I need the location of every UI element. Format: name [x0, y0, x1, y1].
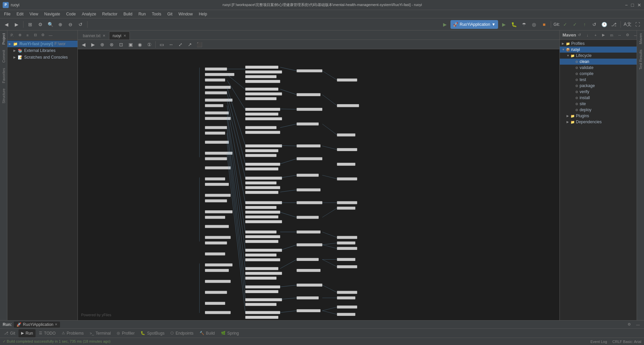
back-btn[interactable]: ◀: [2, 20, 11, 29]
tab-terminal[interactable]: >_ Terminal: [87, 329, 114, 337]
git-update-btn[interactable]: ↑: [580, 20, 589, 29]
diag-zoom[interactable]: ▣: [126, 40, 135, 49]
proj-gear-btn[interactable]: ⊕: [16, 32, 23, 39]
tree-item-scratches[interactable]: ▶ 📝 Scratches and Consoles: [7, 54, 77, 61]
diag-back[interactable]: ◀: [79, 40, 88, 49]
diag-layout[interactable]: ↗: [185, 40, 194, 49]
menu-item-build[interactable]: Build: [121, 11, 135, 17]
run-tab-close[interactable]: ✕: [55, 323, 57, 326]
structure-strip-btn[interactable]: Structure: [1, 86, 7, 106]
maven-item-test[interactable]: ▶ ⚙ test: [560, 77, 637, 83]
run-config-combo[interactable]: 🚀 RuoYiApplication ▼: [450, 20, 498, 29]
build-btn[interactable]: ▶: [499, 20, 508, 29]
fullscreen-btn[interactable]: ⛶: [633, 20, 642, 29]
run-active-tab[interactable]: 🚀 RuoYiApplication ✕: [14, 322, 60, 328]
event-log-btn[interactable]: Event Log: [590, 340, 607, 344]
tab-profiler[interactable]: ◎ Profiler: [114, 329, 137, 337]
collapse-btn[interactable]: ⊖: [66, 20, 75, 29]
coverage-btn[interactable]: ☂: [520, 20, 528, 29]
project-structure-btn[interactable]: ⊞: [26, 20, 35, 29]
menu-item-tools[interactable]: Tools: [149, 11, 164, 17]
diag-expand[interactable]: ⊕: [98, 40, 107, 49]
maximize-btn[interactable]: □: [631, 2, 634, 8]
tab-todo[interactable]: ☰ TODO: [36, 329, 58, 337]
diag-fit[interactable]: ⊡: [117, 40, 125, 49]
menu-item-git[interactable]: Git: [165, 11, 175, 17]
git-branch-btn[interactable]: ⎇: [609, 20, 618, 29]
maven-run-btn[interactable]: ▶: [600, 32, 607, 39]
maven-strip-btn[interactable]: Maven: [639, 30, 643, 47]
diag-resize[interactable]: ⤢: [176, 40, 185, 49]
proj-settings-btn[interactable]: ⚙: [40, 32, 46, 39]
maven-refresh-btn[interactable]: ↺: [576, 32, 583, 39]
maven-item-deps[interactable]: ▶ 📁 Dependencies: [560, 119, 637, 125]
test-results-strip-btn[interactable]: Test Results: [639, 47, 643, 72]
settings-btn[interactable]: ⚙: [36, 20, 45, 29]
menu-item-file[interactable]: File: [1, 11, 13, 17]
proj-filter-btn[interactable]: ⊟: [32, 32, 39, 39]
expand-btn[interactable]: ⊕: [56, 20, 65, 29]
proj-close-btn[interactable]: —: [47, 32, 54, 39]
tab-ruoyi[interactable]: ruoyi ✕: [109, 31, 130, 40]
maven-menu-btn[interactable]: m: [608, 32, 615, 39]
diag-forward[interactable]: ▶: [89, 40, 97, 49]
diag-h-arrow[interactable]: ↔: [167, 40, 175, 49]
run-prev-btn[interactable]: ▶: [440, 20, 449, 29]
commit-strip-btn[interactable]: Commit: [1, 47, 7, 65]
maven-add-btn[interactable]: +: [592, 32, 599, 39]
tree-item-external-libs[interactable]: ▶ 📚 External Libraries: [7, 47, 77, 54]
stop-btn[interactable]: ■: [540, 20, 548, 29]
tab-spotbugs[interactable]: 🐛 SpotBugs: [138, 329, 167, 337]
git-check-btn[interactable]: ✓: [561, 20, 570, 29]
proj-sort-btn[interactable]: ≡: [24, 32, 31, 39]
tree-item-ruoyi[interactable]: ▶ 📁 RuoYi-fast [ruoyi] F:\wor: [7, 41, 77, 47]
maven-item-deploy[interactable]: ▶ ⚙ deploy: [560, 107, 637, 113]
profile-btn[interactable]: ◎: [530, 20, 538, 29]
diag-rect[interactable]: ▭: [157, 40, 166, 49]
maven-item-compile[interactable]: ▶ ⚙ compile: [560, 71, 637, 77]
tab-banner[interactable]: banner.txt ✕: [79, 31, 109, 40]
tab-spring[interactable]: 🌿 Spring: [218, 329, 242, 337]
forward-btn[interactable]: ▶: [12, 20, 21, 29]
git-push-btn[interactable]: ✓: [571, 20, 579, 29]
proj-view-btn[interactable]: P.: [9, 32, 15, 39]
maven-item-site[interactable]: ▶ ⚙ site: [560, 101, 637, 107]
tab-endpoints[interactable]: ⬡ Endpoints: [168, 329, 196, 337]
maven-item-lifecycle[interactable]: ▼ 📁 Lifecycle: [560, 53, 637, 59]
diag-target[interactable]: ◉: [136, 40, 144, 49]
tab-build[interactable]: 🔨 Build: [197, 329, 218, 337]
debug-btn[interactable]: 🐛: [509, 20, 518, 29]
run-settings-btn[interactable]: ⚙: [626, 321, 633, 328]
search-btn[interactable]: 🔍: [46, 20, 55, 29]
maven-download-btn[interactable]: ↓: [584, 32, 591, 39]
git-history-btn[interactable]: 🕐: [600, 20, 608, 29]
maven-item-validate[interactable]: ▶ ⚙ validate: [560, 65, 637, 71]
maven-expand-btn[interactable]: ↔: [616, 32, 623, 39]
maven-item-clean[interactable]: ▶ ⚙ clean: [560, 59, 637, 65]
close-btn[interactable]: ✕: [637, 2, 641, 8]
tab-git[interactable]: ⎇ Git: [1, 329, 18, 337]
tab-ruoyi-close[interactable]: ✕: [123, 34, 126, 38]
menu-item-navigate[interactable]: Navigate: [42, 11, 63, 17]
diag-export[interactable]: ⬛: [195, 40, 204, 49]
diag-collapse[interactable]: ⊗: [107, 40, 116, 49]
maven-item-ruoyi[interactable]: ▼ 📦 ruoyi: [560, 47, 637, 53]
maven-settings-btn[interactable]: ⚙: [624, 32, 631, 39]
menu-item-analyze[interactable]: Analyze: [79, 11, 99, 17]
project-strip-btn[interactable]: Project: [1, 30, 7, 47]
diag-num[interactable]: ①: [145, 40, 154, 49]
menu-item-edit[interactable]: Edit: [14, 11, 26, 17]
run-close-btn[interactable]: —: [635, 321, 641, 328]
menu-item-view[interactable]: View: [27, 11, 41, 17]
translate-btn[interactable]: A文: [623, 20, 632, 29]
maven-item-package[interactable]: ▶ ⚙ package: [560, 83, 637, 89]
menu-item-run[interactable]: Run: [136, 11, 149, 17]
maven-item-install[interactable]: ▶ ⚙ install: [560, 95, 637, 101]
tab-problems[interactable]: ⚠ Problems: [59, 329, 87, 337]
menu-item-refactor[interactable]: Refactor: [100, 11, 120, 17]
maven-item-verify[interactable]: ▶ ⚙ verify: [560, 89, 637, 95]
menu-item-help[interactable]: Help: [196, 11, 210, 17]
minimize-btn[interactable]: −: [625, 2, 628, 8]
sync-btn[interactable]: ↺: [76, 20, 85, 29]
git-refresh-btn[interactable]: ↺: [590, 20, 599, 29]
